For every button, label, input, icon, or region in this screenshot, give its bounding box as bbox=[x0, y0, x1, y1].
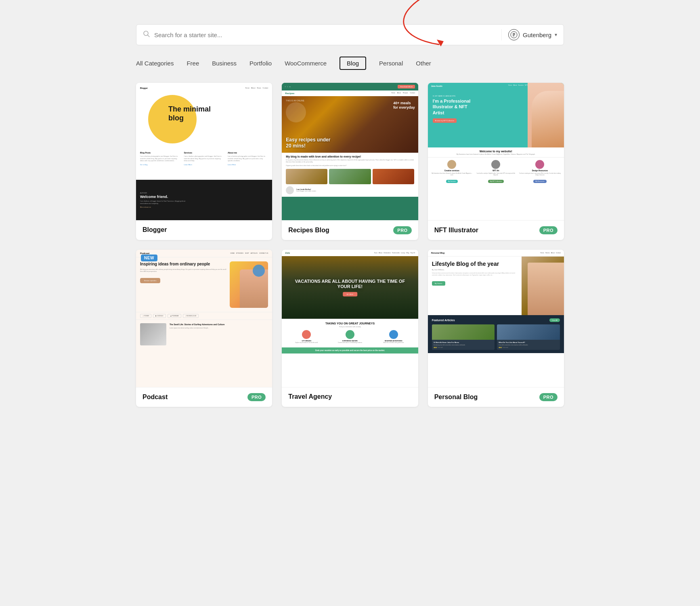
cat-woocommerce[interactable]: WooCommerce bbox=[285, 57, 327, 69]
cat-business[interactable]: Business bbox=[212, 57, 237, 69]
card-recipes[interactable]: f t in Download eBook Recipes Home About… bbox=[282, 83, 418, 240]
card-nft[interactable]: Jane Austin Home About Services NFTs Por… bbox=[428, 83, 564, 240]
card-personal-blog-footer: Personal Blog PRO bbox=[428, 387, 564, 407]
card-recipes-preview: f t in Download eBook Recipes Home About… bbox=[282, 83, 418, 220]
nft-hero: Jane Austin Home About Services NFTs Por… bbox=[428, 83, 564, 147]
card-recipes-title: Recipes Blog bbox=[288, 227, 329, 234]
gutenberg-logo bbox=[508, 29, 520, 40]
svg-rect-3 bbox=[513, 33, 515, 34]
search-left bbox=[143, 30, 501, 40]
new-badge: NEW bbox=[141, 255, 157, 261]
blogger-bottom: AUTHOR Welcome friend. I am Joshua, a bl… bbox=[136, 180, 272, 220]
card-nft-footer: NFT Illustrator PRO bbox=[428, 220, 564, 240]
cat-other[interactable]: Other bbox=[416, 57, 431, 69]
card-travel-footer: Travel Agency bbox=[282, 387, 418, 406]
card-personal-blog[interactable]: Personal Blog Home Stories About Contact… bbox=[428, 250, 564, 407]
card-recipes-footer: Recipes Blog PRO bbox=[282, 220, 418, 240]
search-icon bbox=[143, 30, 150, 40]
card-podcast-title: Podcast bbox=[143, 393, 168, 401]
card-blogger-preview: Blogger Home About News Contact The mini… bbox=[136, 83, 272, 220]
card-nft-preview: Jane Austin Home About Services NFTs Por… bbox=[428, 83, 564, 220]
cat-blog[interactable]: Blog bbox=[340, 57, 366, 70]
card-personal-blog-preview: Personal Blog Home Stories About Contact… bbox=[428, 250, 564, 387]
blogger-sections: Blog Posts I am a fashion photographer a… bbox=[140, 152, 268, 166]
chevron-down-icon: ▾ bbox=[555, 32, 557, 38]
card-travel-preview: Zele Tours About Destination Testimonial… bbox=[282, 250, 418, 387]
nft-preview-content: Jane Austin Home About Services NFTs Por… bbox=[428, 83, 564, 220]
card-podcast-preview: NEW Podcast HOME EPISODES SHOP ARTICLES … bbox=[136, 250, 272, 387]
main-container: Gutenberg ▾ All Categories Free Business… bbox=[136, 24, 564, 407]
card-travel[interactable]: Zele Tours About Destination Testimonial… bbox=[282, 250, 418, 407]
card-personal-blog-title: Personal Blog bbox=[434, 393, 478, 401]
card-recipes-badge: PRO bbox=[393, 226, 411, 234]
gutenberg-label: Gutenberg bbox=[523, 32, 551, 38]
gutenberg-selector[interactable]: Gutenberg ▾ bbox=[501, 29, 557, 40]
cat-free[interactable]: Free bbox=[187, 57, 199, 69]
card-podcast[interactable]: NEW Podcast HOME EPISODES SHOP ARTICLES … bbox=[136, 250, 272, 407]
svg-rect-4 bbox=[513, 34, 515, 35]
category-nav: All Categories Free Business Portfolio W… bbox=[136, 57, 564, 70]
card-blogger-footer: Blogger bbox=[136, 220, 272, 239]
card-podcast-footer: Podcast PRO bbox=[136, 387, 272, 407]
cat-all-categories[interactable]: All Categories bbox=[136, 57, 174, 69]
recipes-preview-content: f t in Download eBook Recipes Home About… bbox=[282, 83, 418, 220]
cat-personal[interactable]: Personal bbox=[379, 57, 403, 69]
card-blogger[interactable]: Blogger Home About News Contact The mini… bbox=[136, 83, 272, 240]
card-nft-badge: PRO bbox=[539, 226, 557, 234]
search-bar: Gutenberg ▾ bbox=[136, 24, 564, 45]
cat-portfolio[interactable]: Portfolio bbox=[249, 57, 272, 69]
svg-rect-5 bbox=[513, 36, 514, 36]
card-personal-blog-badge: PRO bbox=[539, 393, 557, 401]
card-travel-title: Travel Agency bbox=[288, 393, 332, 400]
card-blogger-title: Blogger bbox=[143, 226, 167, 234]
blogger-nav: Blogger Home About News Contact bbox=[140, 87, 268, 89]
search-input[interactable] bbox=[154, 32, 501, 38]
svg-line-1 bbox=[148, 35, 150, 37]
card-nft-title: NFT Illustrator bbox=[434, 227, 478, 234]
blogger-title: The minimalblog bbox=[168, 105, 211, 122]
cards-grid: Blogger Home About News Contact The mini… bbox=[136, 83, 564, 407]
card-podcast-badge: PRO bbox=[247, 393, 266, 401]
blogger-preview-content: Blogger Home About News Contact The mini… bbox=[136, 83, 272, 220]
